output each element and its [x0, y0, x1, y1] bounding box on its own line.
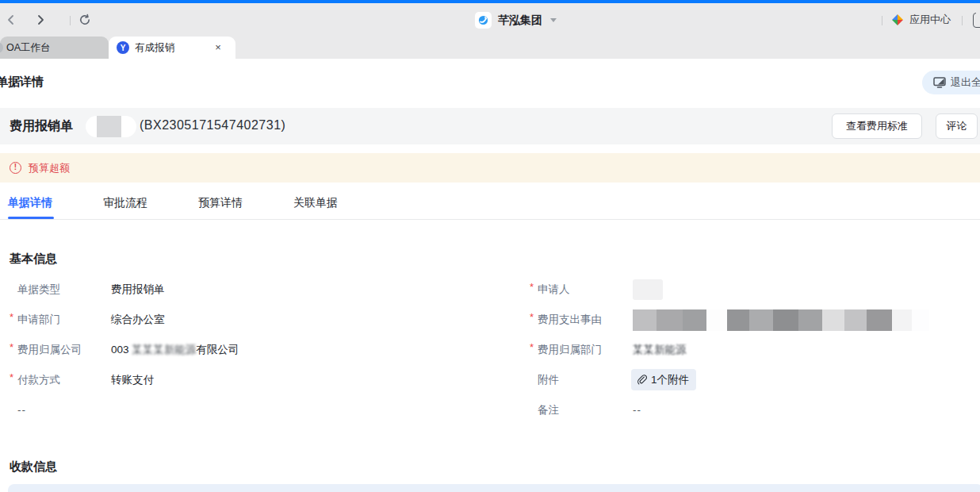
redaction-block: [97, 116, 121, 137]
attachment-count-label: 1个附件: [651, 370, 689, 390]
back-arrow-icon: [6, 14, 17, 25]
redaction-segment: [706, 309, 727, 331]
warning-exclamation-icon: !: [10, 162, 21, 174]
field-row-expense-reason: * 费用支出事由: [0, 309, 980, 330]
redaction-segment: [867, 309, 892, 331]
refresh-button[interactable]: [75, 10, 94, 29]
tab-document-detail[interactable]: 单据详情: [8, 190, 54, 219]
exit-fullscreen-label: 退出全: [951, 75, 980, 90]
field-label: 申请人: [538, 279, 570, 300]
back-button[interactable]: [2, 10, 21, 29]
redaction-segment: [633, 309, 657, 331]
chevron-down-icon: [550, 18, 557, 22]
field-label: 附件: [538, 370, 559, 390]
toolbar-divider: [70, 16, 71, 25]
detail-tabbar: 单据详情 审批流程 预算详情 关联单据: [0, 190, 980, 220]
toolbar-divider: [882, 16, 882, 25]
required-marker: *: [530, 277, 534, 298]
applicant-name-redacted-pill: [86, 116, 136, 137]
field-row-remark: 备注 --: [0, 400, 980, 421]
redaction-block: [633, 279, 663, 300]
refresh-icon: [78, 13, 91, 26]
tab-youcheng-baoxiao[interactable]: Y 有成报销 ×: [109, 37, 235, 59]
forward-arrow-icon: [35, 14, 46, 25]
app-center-label: 应用中心: [909, 13, 951, 27]
redaction-segment: [657, 309, 683, 331]
redaction-segment: [844, 309, 867, 331]
field-value: --: [633, 400, 641, 421]
forward-button[interactable]: [31, 10, 50, 29]
field-row-applicant: * 申请人: [0, 279, 980, 300]
workspace-brand[interactable]: 芊泓集团: [475, 12, 557, 29]
required-marker: *: [530, 337, 534, 358]
app-center-icon: [891, 13, 904, 26]
document-type-title: 费用报销单: [10, 118, 73, 135]
browser-tabstrip: OA工作台 Y 有成报销 ×: [0, 37, 980, 59]
document-code: (BX2305171547402731): [140, 118, 285, 133]
field-label: 备注: [538, 400, 559, 421]
app-center-button[interactable]: 应用中心: [891, 13, 951, 27]
monitor-icon: [933, 77, 946, 88]
redaction-segment: [683, 309, 706, 331]
tab-label: 有成报销: [135, 41, 174, 55]
tab-oa-workbench[interactable]: OA工作台: [0, 37, 109, 59]
redacted-text: 某某新能源: [633, 340, 687, 360]
y-circle-icon: Y: [117, 41, 129, 54]
view-expense-standard-button[interactable]: 查看费用标准: [832, 113, 922, 139]
section-title-payee-info: 收款信息: [10, 459, 57, 475]
tab-related-documents[interactable]: 关联单据: [293, 190, 339, 219]
warning-text: 预算超额: [29, 161, 70, 175]
redaction-segment: [727, 309, 749, 331]
toolbar-divider: [962, 16, 963, 25]
device-icon[interactable]: [973, 13, 980, 28]
field-label: 费用支出事由: [538, 309, 602, 330]
tab-label: OA工作台: [6, 41, 51, 55]
field-row-cost-department: * 费用归属部门 某某新能源: [0, 340, 980, 360]
budget-warning-banner: ! 预算超额: [0, 153, 980, 183]
attachment-chip[interactable]: 1个附件: [631, 369, 696, 390]
reason-redaction: [633, 309, 929, 331]
tab-approval-flow[interactable]: 审批流程: [103, 190, 149, 219]
redaction-segment: [773, 309, 798, 331]
field-row-attachment: 附件 1个附件: [0, 370, 980, 390]
expense-detail-page: { "ui": { "required_marker": "*", "dash"…: [0, 0, 980, 492]
section-title-basic-info: 基本信息: [10, 252, 57, 267]
company-logo-icon: [475, 12, 492, 29]
payee-table-header: [8, 484, 980, 492]
redaction-segment: [822, 309, 844, 331]
page-title: 单据详情: [0, 75, 44, 90]
redaction-segment: [912, 309, 929, 331]
company-name: 芊泓集团: [498, 13, 542, 28]
required-marker: *: [530, 307, 534, 328]
tab-budget-detail[interactable]: 预算详情: [198, 190, 244, 219]
redaction-segment: [798, 309, 822, 331]
browser-toolbar: 芊泓集团 应用中心: [0, 3, 980, 37]
paperclip-icon: [637, 375, 647, 386]
comment-button[interactable]: 评论: [936, 113, 978, 139]
close-icon[interactable]: ×: [212, 41, 224, 54]
field-label: 费用归属部门: [538, 340, 602, 360]
tab-favicon-partial-icon: [0, 42, 3, 53]
redaction-segment: [892, 309, 912, 331]
redaction-segment: [749, 309, 773, 331]
exit-fullscreen-button[interactable]: 退出全: [922, 71, 980, 94]
